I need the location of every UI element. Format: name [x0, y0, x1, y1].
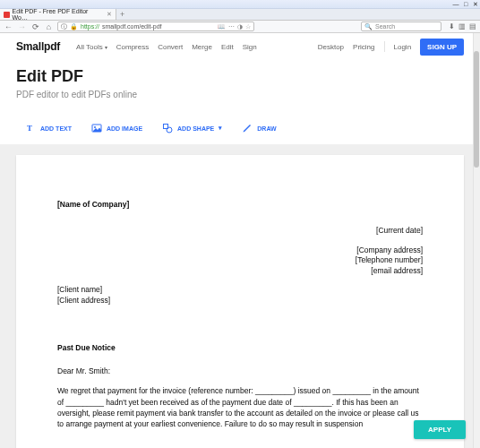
- nav-login[interactable]: Login: [394, 43, 412, 51]
- doc-header-right: [Current date] [Company address] [Teleph…: [57, 226, 423, 276]
- editor-area: [Name of Company] [Current date] [Compan…: [0, 144, 480, 448]
- svg-text:T: T: [27, 124, 32, 133]
- nav-sign[interactable]: Sign: [243, 43, 257, 51]
- svg-point-4: [167, 127, 172, 133]
- pdf-page[interactable]: [Name of Company] [Current date] [Compan…: [16, 155, 464, 448]
- lock-icon: 🔒: [70, 23, 78, 30]
- search-placeholder: Search: [375, 23, 395, 30]
- reload-button[interactable]: ⟳: [30, 22, 40, 31]
- draw-button[interactable]: DRAW: [242, 123, 276, 134]
- url-actions: 📖 ⋯ ◑ ☆: [218, 23, 251, 30]
- search-box[interactable]: 🔍 Search: [361, 22, 441, 31]
- hero: Edit PDF PDF editor to edit PDFs online: [0, 60, 480, 119]
- add-text-button[interactable]: T ADD TEXT: [25, 123, 72, 134]
- signup-button[interactable]: SIGN UP: [420, 39, 464, 56]
- url-prefix: https://: [81, 23, 99, 30]
- add-shape-button[interactable]: ADD SHAPE ▾: [162, 123, 222, 134]
- window-maximize-icon[interactable]: □: [464, 1, 467, 7]
- browser-tab[interactable]: Edit PDF - Free PDF Editor Wo… ✕: [0, 9, 116, 20]
- shield-icon[interactable]: ◑: [237, 23, 243, 30]
- browser-actions: ⬇ ▥ ▤: [449, 22, 476, 30]
- favicon-icon: [4, 12, 10, 18]
- doc-client-address: [Client address]: [57, 296, 423, 306]
- nav-desktop[interactable]: Desktop: [318, 43, 344, 51]
- browser-tabbar: Edit PDF - Free PDF Editor Wo… ✕ +: [0, 9, 480, 21]
- reader-icon[interactable]: 📖: [218, 23, 226, 30]
- pencil-icon: [242, 123, 253, 134]
- nav-merge[interactable]: Merge: [192, 43, 212, 51]
- tab-title: Edit PDF - Free PDF Editor Wo…: [13, 8, 100, 21]
- page-subtitle: PDF editor to edit PDFs online: [16, 90, 464, 99]
- nav-all-tools[interactable]: All Tools▾: [76, 43, 107, 51]
- download-icon[interactable]: ⬇: [449, 22, 455, 30]
- doc-date: [Current date]: [57, 226, 423, 236]
- window-close-icon[interactable]: ✕: [473, 1, 478, 7]
- window-minimize-icon[interactable]: —: [452, 1, 459, 7]
- page-title: Edit PDF: [16, 67, 464, 86]
- nav-compress[interactable]: Compress: [116, 43, 149, 51]
- url-text: smallpdf.com/edit-pdf: [102, 23, 162, 30]
- sidebar-icon[interactable]: ▤: [469, 22, 476, 30]
- new-tab-button[interactable]: +: [120, 10, 124, 19]
- tab-close-icon[interactable]: ✕: [107, 11, 112, 18]
- scrollbar[interactable]: [473, 33, 480, 448]
- logo[interactable]: Smallpdf: [16, 40, 60, 53]
- editor-toolbar: T ADD TEXT ADD IMAGE ADD SHAPE ▾ DRAW: [0, 119, 480, 144]
- add-image-button[interactable]: ADD IMAGE: [91, 123, 142, 134]
- info-icon: ⓘ: [61, 22, 67, 31]
- doc-client-name: [Client name]: [57, 285, 423, 295]
- library-icon[interactable]: ▥: [459, 22, 466, 30]
- home-button[interactable]: ⌂: [44, 22, 54, 31]
- nav-pricing[interactable]: Pricing: [353, 43, 374, 51]
- svg-point-2: [94, 126, 96, 128]
- nav-convert[interactable]: Convert: [158, 43, 183, 51]
- more-icon[interactable]: ⋯: [228, 23, 235, 30]
- shape-icon: [162, 123, 173, 134]
- forward-button[interactable]: →: [17, 22, 27, 31]
- doc-notice-title: Past Due Notice: [57, 343, 423, 353]
- browser-nav: ← → ⟳ ⌂ ⓘ 🔒 https:// smallpdf.com/edit-p…: [0, 21, 480, 33]
- doc-email: [email address]: [57, 266, 423, 276]
- image-icon: [91, 123, 102, 134]
- chevron-down-icon: ▾: [105, 44, 107, 50]
- doc-body: We regret that payment for the invoice (…: [57, 385, 423, 429]
- apply-button[interactable]: APPLY: [414, 420, 466, 439]
- separator: [384, 41, 385, 52]
- doc-company: [Name of Company]: [57, 200, 423, 210]
- doc-telephone: [Telephone number]: [57, 255, 423, 265]
- text-icon: T: [25, 123, 36, 134]
- back-button[interactable]: ←: [4, 22, 13, 31]
- app-nav: Smallpdf All Tools▾ Compress Convert Mer…: [0, 33, 480, 60]
- doc-company-address: [Company address]: [57, 246, 423, 255]
- scroll-thumb[interactable]: [474, 51, 479, 168]
- search-icon: 🔍: [364, 23, 373, 30]
- chevron-down-icon: ▾: [219, 125, 222, 132]
- nav-links: All Tools▾ Compress Convert Merge Edit S…: [76, 43, 257, 51]
- page-content: Smallpdf All Tools▾ Compress Convert Mer…: [0, 33, 480, 448]
- doc-client-block: [Client name] [Client address]: [57, 285, 423, 306]
- star-icon[interactable]: ☆: [245, 23, 251, 30]
- doc-greeting: Dear Mr. Smith:: [57, 366, 423, 376]
- address-bar[interactable]: ⓘ 🔒 https:// smallpdf.com/edit-pdf 📖 ⋯ ◑…: [57, 22, 254, 31]
- nav-right: Desktop Pricing Login SIGN UP: [318, 39, 464, 56]
- window-controls: — □ ✕: [449, 1, 478, 8]
- nav-edit[interactable]: Edit: [221, 43, 234, 51]
